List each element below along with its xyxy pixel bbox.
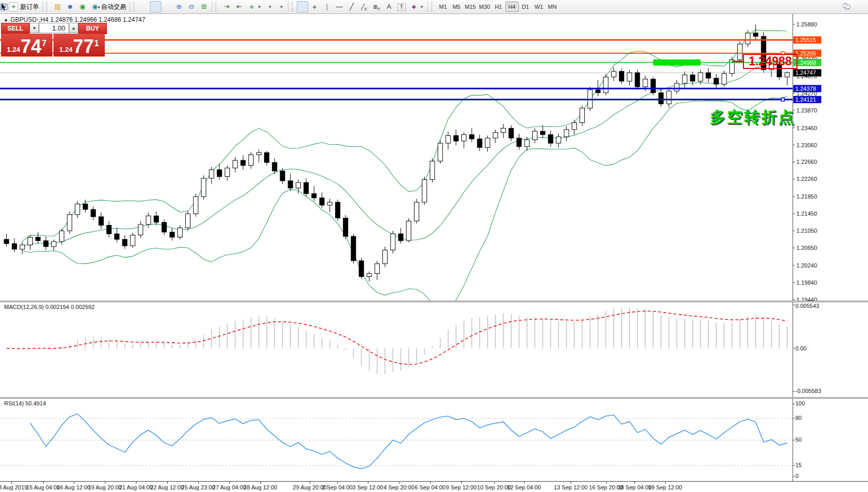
candle-body[interactable] bbox=[99, 217, 103, 225]
candle-body[interactable] bbox=[170, 232, 174, 237]
candle-body[interactable] bbox=[564, 130, 569, 137]
candle-body[interactable] bbox=[162, 222, 167, 232]
candle-body[interactable] bbox=[722, 74, 726, 85]
candle-body[interactable] bbox=[541, 131, 545, 135]
candle-body[interactable] bbox=[414, 202, 419, 221]
trendline-button[interactable]: ╱ bbox=[346, 1, 358, 12]
zoom-in-button[interactable]: ⊕ bbox=[173, 1, 185, 12]
candle-body[interactable] bbox=[91, 209, 95, 217]
pivot-highlight-segment[interactable] bbox=[653, 60, 700, 66]
timeframe-mn[interactable]: MN bbox=[546, 2, 559, 12]
auto-scroll-button[interactable]: ⇥ bbox=[221, 1, 233, 12]
candle-body[interactable] bbox=[51, 242, 56, 247]
candle-body[interactable] bbox=[122, 240, 127, 246]
periods-button[interactable]: ▼ bbox=[264, 1, 275, 12]
candle-body[interactable] bbox=[698, 73, 703, 81]
line-chart-button[interactable] bbox=[161, 1, 173, 12]
candle-body[interactable] bbox=[596, 90, 600, 93]
toolbar-grip[interactable] bbox=[215, 2, 219, 11]
candle-body[interactable] bbox=[438, 143, 443, 161]
candle-body[interactable] bbox=[288, 181, 293, 188]
candle-body[interactable] bbox=[130, 235, 135, 246]
timeframe-m30[interactable]: M30 bbox=[477, 2, 491, 12]
main-chart[interactable]: 1.258801.254801.250701.246701.242701.238… bbox=[0, 13, 868, 301]
candle-body[interactable] bbox=[194, 196, 198, 214]
sell-price-box[interactable]: 1.24 74 7 bbox=[1, 34, 52, 57]
candle-body[interactable] bbox=[501, 128, 506, 132]
zoom-out-button[interactable]: ⊖ bbox=[185, 1, 198, 12]
candle-body[interactable] bbox=[12, 244, 17, 249]
candle-body[interactable] bbox=[753, 33, 758, 36]
candle-body[interactable] bbox=[28, 237, 33, 245]
candle-body[interactable] bbox=[659, 93, 664, 104]
volume-increase-button[interactable]: ▲ bbox=[69, 23, 78, 33]
candle-body[interactable] bbox=[36, 237, 40, 241]
candle-body[interactable] bbox=[107, 226, 112, 234]
candle-body[interactable] bbox=[453, 135, 458, 141]
horizontal-line-button[interactable]: — bbox=[333, 1, 346, 12]
candle-body[interactable] bbox=[265, 152, 269, 162]
chat-button[interactable] bbox=[853, 1, 865, 12]
indicators-button[interactable]: ＋▼ bbox=[245, 1, 264, 12]
time-axis[interactable]: 13 Aug 201915 Aug 04:0016 Aug 12:0019 Au… bbox=[0, 481, 868, 492]
candle-body[interactable] bbox=[75, 204, 80, 215]
candle-body[interactable] bbox=[422, 179, 427, 202]
new-order-button[interactable]: + 新订单 bbox=[7, 1, 41, 12]
candle-body[interactable] bbox=[674, 83, 679, 91]
candle-body[interactable] bbox=[572, 123, 576, 130]
line-handle[interactable] bbox=[781, 98, 784, 101]
candle-body[interactable] bbox=[619, 72, 624, 81]
candlestick-chart-button[interactable] bbox=[150, 1, 161, 12]
timeframe-h4[interactable]: H4 bbox=[505, 2, 519, 12]
candle-body[interactable] bbox=[611, 72, 616, 77]
candle-body[interactable] bbox=[327, 202, 332, 205]
candle-body[interactable] bbox=[280, 171, 285, 181]
candle-body[interactable] bbox=[398, 234, 403, 241]
candle-body[interactable] bbox=[667, 91, 671, 104]
candle-body[interactable] bbox=[651, 79, 655, 93]
candle-body[interactable] bbox=[509, 128, 514, 138]
channel-button[interactable]: ╱E bbox=[358, 1, 370, 12]
candle-body[interactable] bbox=[430, 161, 435, 179]
candle-body[interactable] bbox=[138, 224, 143, 235]
candle-body[interactable] bbox=[635, 73, 640, 87]
candle-body[interactable] bbox=[351, 236, 356, 261]
candle-body[interactable] bbox=[186, 214, 190, 228]
candle-body[interactable] bbox=[359, 261, 364, 277]
candle-body[interactable] bbox=[785, 73, 790, 77]
candle-body[interactable] bbox=[383, 250, 388, 263]
candle-body[interactable] bbox=[375, 264, 379, 274]
candle-body[interactable] bbox=[4, 240, 9, 244]
candle-body[interactable] bbox=[249, 154, 253, 165]
candle-body[interactable] bbox=[556, 137, 561, 143]
toolbar-grip[interactable] bbox=[292, 2, 295, 11]
timeframe-h1[interactable]: H1 bbox=[492, 2, 505, 12]
candle-body[interactable] bbox=[272, 162, 277, 171]
toolbar-grip[interactable] bbox=[46, 2, 50, 11]
candle-body[interactable] bbox=[304, 182, 309, 193]
candle-body[interactable] bbox=[256, 152, 261, 154]
macd-panel[interactable] bbox=[0, 302, 868, 397]
candle-body[interactable] bbox=[225, 168, 230, 176]
candle-body[interactable] bbox=[603, 77, 608, 93]
bar-chart-button[interactable] bbox=[139, 1, 150, 12]
candle-body[interactable] bbox=[20, 245, 24, 249]
candle-body[interactable] bbox=[233, 160, 238, 168]
arrows-button[interactable]: ◆▼ bbox=[408, 1, 426, 12]
candle-body[interactable] bbox=[462, 135, 466, 141]
candle-body[interactable] bbox=[391, 234, 395, 250]
candle-body[interactable] bbox=[525, 140, 529, 147]
timeframe-m1[interactable]: M1 bbox=[436, 2, 450, 12]
candle-body[interactable] bbox=[83, 204, 88, 209]
buy-price-box[interactable]: 1.24 77 1 bbox=[53, 34, 105, 57]
candle-body[interactable] bbox=[714, 78, 719, 85]
crosshair-button[interactable]: ＋ bbox=[308, 1, 321, 12]
candle-body[interactable] bbox=[241, 160, 245, 165]
candle-body[interactable] bbox=[146, 216, 151, 224]
panel-separator[interactable] bbox=[0, 302, 868, 302]
candle-body[interactable] bbox=[746, 33, 750, 44]
price-note-box[interactable]: 1.24988 bbox=[743, 54, 797, 69]
candle-body[interactable] bbox=[312, 194, 316, 198]
candle-body[interactable] bbox=[406, 221, 411, 241]
candle-body[interactable] bbox=[320, 198, 324, 205]
